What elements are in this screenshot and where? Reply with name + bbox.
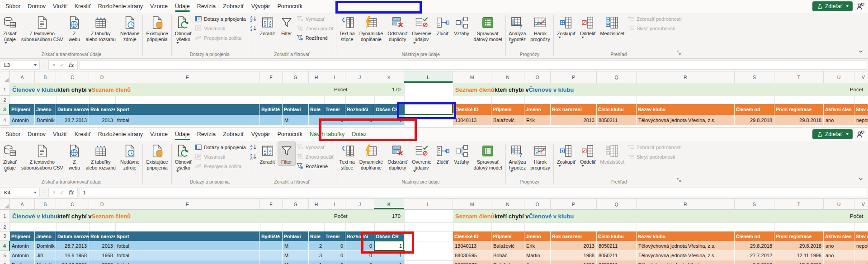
cell-I4[interactable]: 0: [324, 241, 345, 251]
cell-U6[interactable]: ano: [824, 260, 854, 264]
table-header-right-aktivni-clen[interactable]: Aktivní člen: [824, 231, 854, 241]
insert-function-button[interactable]: fx: [68, 61, 74, 68]
cell-R4[interactable]: Tělovýchovná jednota Vřesina, z.s.: [637, 241, 735, 251]
table-header-obcan-cr[interactable]: Občan ČR: [374, 231, 404, 241]
relationships-button[interactable]: Vzťahy: [452, 13, 471, 38]
column-header-D[interactable]: D: [89, 199, 115, 210]
recent-sources-button[interactable]: Nedávnezdroje: [118, 141, 142, 171]
flash-fill-button[interactable]: Dynamickédopĺňanie: [357, 13, 385, 43]
cell-R6[interactable]: Tělovýchovná jednota Vřesina, z.s.: [637, 260, 735, 264]
column-header-J[interactable]: J: [345, 71, 374, 83]
cell-G4[interactable]: M: [283, 241, 309, 251]
table-header-right-jmeno[interactable]: Jméno: [524, 104, 551, 115]
menu-tab-vlozit[interactable]: Vložiť: [49, 0, 71, 13]
text-to-columns-button[interactable]: Text nastĺpce: [337, 141, 357, 171]
table-header-rozhodci[interactable]: Rozhodčí: [345, 104, 374, 115]
what-if-analysis-button[interactable]: Analýzahypotéz: [507, 141, 528, 173]
cell-S5[interactable]: 27.7.2012: [735, 251, 774, 260]
name-box-splitter[interactable]: ⋮: [40, 62, 48, 68]
advanced-filter-button[interactable]: Rozšírené: [297, 34, 334, 41]
menu-tab-zobrazit[interactable]: Zobraziť: [219, 0, 247, 13]
ungroup-button[interactable]: Oddeliť: [578, 141, 598, 168]
data-validation-button[interactable]: Overenieúdajov: [410, 13, 434, 45]
clear-filter-button[interactable]: Vymazať: [297, 144, 334, 151]
column-header-S[interactable]: S: [735, 71, 774, 83]
column-header-B[interactable]: B: [35, 199, 56, 210]
sort-za-button[interactable]: [250, 153, 257, 160]
cell-D4[interactable]: 2013: [89, 115, 115, 126]
cell-G6[interactable]: M: [283, 260, 309, 264]
cell-A5[interactable]: Antonín: [10, 251, 35, 260]
dialog-launcher-button[interactable]: [676, 49, 681, 57]
column-header-A[interactable]: A: [10, 71, 35, 83]
name-box[interactable]: L3: [1, 60, 40, 70]
comments-person-button[interactable]: [856, 2, 865, 11]
row-header-1[interactable]: 1: [0, 210, 10, 222]
cell-M4[interactable]: 13040113: [453, 115, 491, 126]
name-box-splitter[interactable]: ⋮: [40, 189, 48, 195]
cell-G4[interactable]: M: [283, 115, 309, 126]
row-header-3[interactable]: 3: [0, 231, 10, 241]
from-table-range-button[interactable]: Z tabuľkyalebo rozsahu: [83, 141, 118, 171]
manage-data-model-button[interactable]: Spravovaťdátový model: [472, 141, 505, 171]
cell-V4[interactable]: nepotv: [854, 241, 868, 251]
workbook-links-button[interactable]: Prepojenia zošita: [195, 34, 245, 41]
enter-button[interactable]: ✓: [60, 62, 64, 68]
column-header-V[interactable]: V: [854, 71, 868, 83]
table-header-right-clenem-od[interactable]: Členem od: [735, 231, 774, 241]
table-header-trener[interactable]: Trenér: [324, 231, 345, 241]
table-header-right-prvni-registrace[interactable]: První registrace: [774, 231, 824, 241]
cell-P4[interactable]: 2013: [551, 241, 597, 251]
from-text-csv-button[interactable]: Z textovéhosúboru/súboru CSV: [19, 13, 65, 43]
row-header-2[interactable]: 2: [0, 222, 10, 231]
cell-F5[interactable]: [260, 251, 283, 260]
table-header-prijmeni[interactable]: Příjmení: [10, 104, 35, 115]
column-header-N[interactable]: N: [491, 199, 524, 210]
cell-A6[interactable]: Podkova: [10, 260, 35, 264]
menu-tab-kreslit[interactable]: Kresliť: [71, 127, 94, 141]
name-box[interactable]: K4: [1, 188, 40, 197]
column-header-F[interactable]: F: [260, 199, 283, 210]
column-header-H[interactable]: H: [309, 199, 324, 210]
cell-J4[interactable]: 0: [345, 115, 374, 126]
cell-B5[interactable]: Jiří: [35, 251, 56, 260]
menu-tab-vlozit[interactable]: Vložiť: [49, 127, 71, 141]
cell-A4[interactable]: Antonín: [10, 241, 35, 251]
forecast-sheet-button[interactable]: Hárokprognózy: [528, 141, 552, 171]
cell-B6[interactable]: Markéta: [35, 260, 56, 264]
cell-T5[interactable]: 12.11.1996: [774, 251, 824, 260]
data-validation-button[interactable]: Overenieúdajov: [410, 141, 434, 173]
cell-B4[interactable]: Dominik: [35, 115, 56, 126]
cell-O5[interactable]: Martin: [524, 251, 551, 260]
table-header-right-stav-e[interactable]: Stav e: [854, 231, 868, 241]
cell-J6[interactable]: 0: [345, 260, 374, 264]
sort-za-button[interactable]: [250, 25, 257, 32]
ungroup-button[interactable]: Oddeliť: [578, 13, 598, 39]
cell-D5[interactable]: 1958: [89, 251, 115, 260]
enter-button[interactable]: ✓: [60, 189, 64, 196]
from-text-csv-button[interactable]: Z textovéhosúboru/súboru CSV: [19, 141, 65, 171]
show-detail-button[interactable]: Zobraziť podrobnosti: [627, 144, 681, 151]
get-data-button[interactable]: Získaťúdaje: [1, 141, 19, 173]
column-header-E[interactable]: E: [115, 199, 260, 210]
cell-H4[interactable]: 2: [309, 241, 324, 251]
cell-C4[interactable]: 28.7.2013: [56, 115, 89, 126]
table-header-jmeno[interactable]: Jméno: [35, 231, 56, 241]
cell-T4[interactable]: 29.8.2018: [774, 115, 824, 126]
column-header-K[interactable]: K: [374, 199, 404, 210]
cell-H6[interactable]: 1: [309, 260, 324, 264]
cell-F6[interactable]: [260, 260, 283, 264]
column-header-G[interactable]: G: [283, 71, 309, 83]
group-button[interactable]: Zoskupiť: [555, 141, 578, 168]
text-to-columns-button[interactable]: Text nastĺpce: [337, 13, 357, 43]
column-header-L[interactable]: L: [404, 71, 453, 83]
row-header-6[interactable]: 6: [0, 260, 10, 264]
table-header-right-prvni-registrace[interactable]: První registrace: [774, 104, 824, 115]
cell-C5[interactable]: 16.6.1958: [56, 251, 89, 260]
existing-connections-button[interactable]: Existujúcepripojenia: [144, 141, 170, 171]
cell-M5[interactable]: 88030595: [453, 251, 491, 260]
table-header-right-clenske-id[interactable]: Členské ID: [453, 104, 491, 115]
menu-tab-udaje[interactable]: Údaje: [171, 0, 193, 13]
cell-M6[interactable]: 03889970: [453, 260, 491, 264]
sort-button[interactable]: Zoradiť: [258, 13, 278, 38]
